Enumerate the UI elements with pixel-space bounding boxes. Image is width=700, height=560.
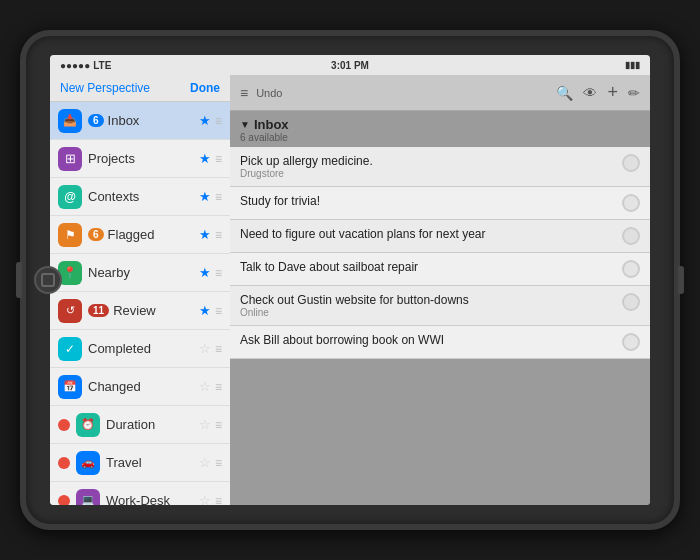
task-circle[interactable] (622, 154, 640, 172)
sidebar-item-review[interactable]: ↺ 11 Review ★ ≡ (50, 292, 230, 330)
compose-icon[interactable]: ✏ (628, 85, 640, 101)
task-item[interactable]: Check out Gustin website for button-down… (230, 286, 650, 326)
completed-star[interactable]: ☆ (199, 341, 211, 356)
task-text-block: Ask Bill about borrowing book on WWI (240, 333, 614, 347)
nearby-label: Nearby (88, 265, 199, 280)
contexts-star[interactable]: ★ (199, 189, 211, 204)
work-desk-red-dot (58, 495, 70, 506)
inbox-header: ▼ Inbox 6 available (230, 111, 650, 147)
nearby-drag: ≡ (215, 266, 222, 280)
projects-label: Projects (88, 151, 199, 166)
task-circle[interactable] (622, 227, 640, 245)
sidebar-item-inbox[interactable]: 📥 6 Inbox ★ ≡ (50, 102, 230, 140)
undo-label[interactable]: Undo (256, 87, 548, 99)
travel-drag: ≡ (215, 456, 222, 470)
task-text-block: Pick up allergy medicine. Drugstore (240, 154, 614, 179)
power-button[interactable] (678, 266, 684, 294)
eye-icon[interactable]: 👁 (583, 85, 597, 101)
duration-red-dot (58, 419, 70, 431)
sidebar-item-contexts[interactable]: @ Contexts ★ ≡ (50, 178, 230, 216)
travel-label: Travel (106, 455, 199, 470)
projects-icon: ⊞ (58, 147, 82, 171)
inbox-icon: 📥 (58, 109, 82, 133)
sidebar-item-completed[interactable]: ✓ Completed ☆ ≡ (50, 330, 230, 368)
done-button[interactable]: Done (190, 81, 220, 95)
flagged-star[interactable]: ★ (199, 227, 211, 242)
task-circle[interactable] (622, 293, 640, 311)
task-list-area: ▼ Inbox 6 available Pick up allergy medi… (230, 111, 650, 505)
flagged-badge: 6 (88, 228, 104, 241)
tablet-shell: ●●●●● LTE 3:01 PM ▮▮▮ New Perspective Do… (20, 30, 680, 530)
flagged-icon: ⚑ (58, 223, 82, 247)
changed-star[interactable]: ☆ (199, 379, 211, 394)
task-item[interactable]: Study for trivia! (230, 187, 650, 220)
sidebar-item-duration[interactable]: ⏰ Duration ☆ ≡ (50, 406, 230, 444)
inbox-title-label: Inbox (254, 117, 289, 132)
task-item[interactable]: Ask Bill about borrowing book on WWI (230, 326, 650, 359)
review-badge: 11 (88, 304, 109, 317)
review-drag: ≡ (215, 304, 222, 318)
contexts-drag: ≡ (215, 190, 222, 204)
screen: ●●●●● LTE 3:01 PM ▮▮▮ New Perspective Do… (50, 55, 650, 505)
task-title: Study for trivia! (240, 194, 614, 208)
task-text-block: Check out Gustin website for button-down… (240, 293, 614, 318)
task-text-block: Talk to Dave about sailboat repair (240, 260, 614, 274)
inbox-triangle[interactable]: ▼ (240, 119, 250, 130)
sidebar-item-work-desk[interactable]: 💻 Work-Desk ☆ ≡ (50, 482, 230, 505)
sidebar-item-projects[interactable]: ⊞ Projects ★ ≡ (50, 140, 230, 178)
travel-red-dot (58, 457, 70, 469)
work-desk-drag: ≡ (215, 494, 222, 506)
search-icon[interactable]: 🔍 (556, 85, 573, 101)
inbox-drag: ≡ (215, 114, 222, 128)
inbox-title: ▼ Inbox (240, 117, 640, 132)
task-item[interactable]: Pick up allergy medicine. Drugstore (230, 147, 650, 187)
main-panel: ≡ Undo 🔍 👁 + ✏ ▼ Inbox (230, 75, 650, 505)
sidebar-item-flagged[interactable]: ⚑ 6 Flagged ★ ≡ (50, 216, 230, 254)
sidebar-header: New Perspective Done (50, 75, 230, 102)
task-circle[interactable] (622, 333, 640, 351)
status-right: ▮▮▮ (625, 60, 640, 70)
volume-button[interactable] (16, 262, 22, 298)
contexts-icon: @ (58, 185, 82, 209)
home-button-inner (41, 273, 55, 287)
review-label: Review (113, 303, 199, 318)
task-subtitle: Drugstore (240, 168, 614, 179)
sidebar-item-changed[interactable]: 📅 Changed ☆ ≡ (50, 368, 230, 406)
duration-label: Duration (106, 417, 199, 432)
task-subtitle: Online (240, 307, 614, 318)
add-icon[interactable]: + (607, 82, 618, 103)
sidebar: New Perspective Done 📥 6 Inbox ★ ≡ (50, 75, 230, 505)
duration-star[interactable]: ☆ (199, 417, 211, 432)
status-bar: ●●●●● LTE 3:01 PM ▮▮▮ (50, 55, 650, 75)
signal-indicator: ●●●●● (60, 60, 90, 71)
work-desk-star[interactable]: ☆ (199, 493, 211, 505)
nearby-star[interactable]: ★ (199, 265, 211, 280)
time-display: 3:01 PM (331, 60, 369, 71)
task-title: Talk to Dave about sailboat repair (240, 260, 614, 274)
task-text-block: Need to figure out vacation plans for ne… (240, 227, 614, 241)
sidebar-item-travel[interactable]: 🚗 Travel ☆ ≡ (50, 444, 230, 482)
review-icon: ↺ (58, 299, 82, 323)
projects-star[interactable]: ★ (199, 151, 211, 166)
home-button[interactable] (34, 266, 62, 294)
toolbar-right: 🔍 👁 + ✏ (556, 82, 640, 103)
task-title: Ask Bill about borrowing book on WWI (240, 333, 614, 347)
task-item[interactable]: Talk to Dave about sailboat repair (230, 253, 650, 286)
travel-star[interactable]: ☆ (199, 455, 211, 470)
task-circle[interactable] (622, 194, 640, 212)
task-title: Need to figure out vacation plans for ne… (240, 227, 614, 241)
completed-label: Completed (88, 341, 199, 356)
task-item[interactable]: Need to figure out vacation plans for ne… (230, 220, 650, 253)
menu-icon[interactable]: ≡ (240, 85, 248, 101)
battery-indicator: ▮▮▮ (625, 60, 640, 70)
task-circle[interactable] (622, 260, 640, 278)
projects-drag: ≡ (215, 152, 222, 166)
work-desk-icon: 💻 (76, 489, 100, 506)
travel-icon: 🚗 (76, 451, 100, 475)
sidebar-item-nearby[interactable]: 📍 Nearby ★ ≡ (50, 254, 230, 292)
inbox-star[interactable]: ★ (199, 113, 211, 128)
toolbar: ≡ Undo 🔍 👁 + ✏ (230, 75, 650, 111)
contexts-label: Contexts (88, 189, 199, 204)
review-star[interactable]: ★ (199, 303, 211, 318)
new-perspective-label[interactable]: New Perspective (60, 81, 150, 95)
